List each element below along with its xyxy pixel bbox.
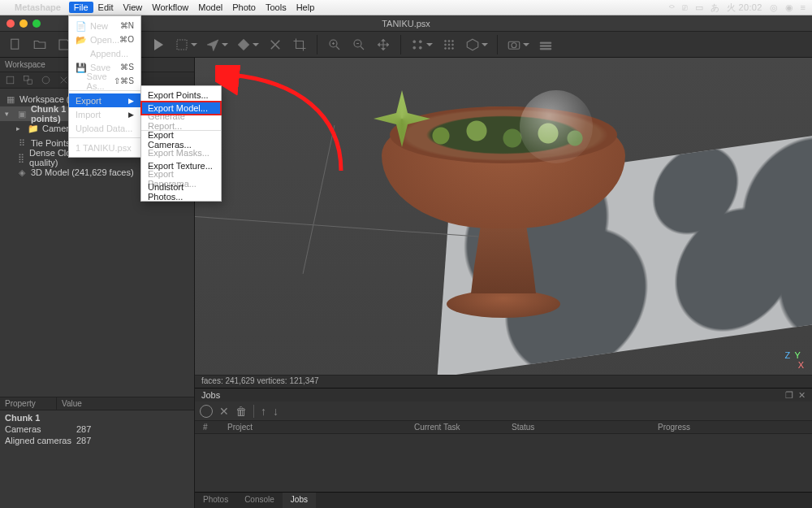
status-spotlight-icon[interactable]: ◎ [770, 2, 778, 13]
window-minimize-button[interactable] [19, 20, 28, 28]
mac-menubar: Metashape File Edit View Workflow Model … [0, 0, 812, 15]
jobs-up-icon[interactable]: ↑ [261, 405, 266, 418]
pointer-tool-icon[interactable] [148, 34, 169, 55]
svg-point-14 [445, 47, 447, 49]
nav-trackball[interactable] [520, 90, 593, 163]
caret-down-icon: ▾ [5, 110, 13, 118]
jobs-col-task: Current Task [406, 421, 503, 433]
menu-export[interactable]: Export▶ [69, 93, 140, 107]
svg-point-22 [42, 76, 50, 84]
dense-icon: ⣿ [16, 152, 26, 163]
status-display-icon[interactable]: ⎚ [682, 2, 688, 12]
jobs-col-num: # [195, 421, 219, 433]
tree-label: 3D Model (241,629 faces) [31, 167, 134, 177]
jobs-popout-icon[interactable]: ❐ [785, 390, 793, 401]
jobs-cancel-icon[interactable]: ✕ [219, 405, 229, 418]
tab-jobs[interactable]: Jobs [283, 493, 316, 508]
ws-enable-icon[interactable] [39, 74, 52, 87]
menu-append[interactable]: Append... [69, 46, 140, 60]
folder-icon: 📁 [28, 123, 39, 134]
camera-icon[interactable] [504, 34, 532, 55]
move-region-tool-icon[interactable] [203, 34, 231, 55]
svg-point-5 [419, 40, 421, 42]
menu-model[interactable]: Model [198, 2, 222, 12]
fit-view-icon[interactable] [373, 34, 394, 55]
svg-point-15 [448, 47, 450, 49]
menu-recent-1[interactable]: 1 TANIKU.psx [69, 141, 140, 154]
rect-select-tool-icon[interactable] [172, 34, 200, 55]
open-icon[interactable] [29, 34, 50, 55]
jobs-col-project: Project [219, 421, 406, 433]
menu-photo[interactable]: Photo [232, 2, 256, 12]
menubar-clock[interactable]: 火 20:02 [727, 2, 762, 14]
jobs-col-progress: Progress [650, 421, 812, 433]
ws-add2-icon[interactable] [21, 74, 34, 87]
axis-gizmo: Z Y X [784, 350, 804, 370]
jobs-down-icon[interactable]: ↓ [273, 405, 279, 418]
svg-point-7 [419, 46, 421, 49]
props-col-value: Value [57, 397, 194, 410]
menu-new[interactable]: 📄New⌘N [69, 19, 140, 33]
menu-open[interactable]: 📂Open...⌘O [69, 33, 140, 46]
menu-edit[interactable]: Edit [98, 2, 114, 12]
dense-view-icon[interactable] [438, 34, 460, 55]
svg-rect-19 [6, 76, 14, 84]
svg-point-16 [452, 47, 454, 49]
menu-workflow[interactable]: Workflow [152, 2, 188, 12]
menu-upload[interactable]: Upload Data... [69, 121, 140, 135]
window-close-button[interactable] [6, 20, 15, 28]
model-view-icon[interactable] [463, 34, 490, 55]
jobs-list [195, 434, 812, 492]
3d-viewport[interactable]: Z Y X faces: 241,629 vertices: 121,347 [195, 58, 812, 388]
svg-point-18 [512, 42, 516, 47]
svg-point-13 [452, 44, 454, 46]
jobs-panel-title: Jobs [201, 390, 220, 400]
export-undistort[interactable]: Undistort Photos... [141, 185, 221, 198]
new-icon[interactable] [5, 34, 26, 55]
status-siri-icon[interactable]: ◉ [785, 2, 793, 13]
status-ime-icon[interactable]: あ [710, 2, 719, 14]
props-col-property: Property [0, 397, 57, 410]
viewport-statusbar: faces: 241,629 vertices: 121,347 [195, 375, 812, 388]
jobs-delete-icon[interactable]: 🗑 [235, 405, 247, 418]
menu-help[interactable]: Help [296, 2, 315, 12]
layers-icon[interactable] [535, 34, 556, 55]
zoom-in-icon[interactable] [324, 34, 345, 55]
delete-tool-icon[interactable] [265, 34, 286, 55]
ws-add-icon[interactable] [3, 74, 16, 87]
jobs-col-status: Status [503, 421, 650, 433]
export-submenu: Export Points... Export Model... Generat… [140, 85, 222, 202]
svg-rect-1 [177, 40, 187, 50]
export-cameras[interactable]: Export Cameras... [141, 133, 221, 146]
tab-photos[interactable]: Photos [195, 493, 236, 508]
crop-tool-icon[interactable] [289, 34, 310, 55]
export-report: Generate Report... [141, 115, 221, 128]
caret-right-icon: ▸ [16, 124, 24, 132]
menu-import[interactable]: Import▶ [69, 107, 140, 121]
app-name[interactable]: Metashape [15, 2, 61, 12]
svg-point-9 [448, 40, 450, 41]
status-wifi-icon[interactable]: ⌔ [669, 2, 675, 12]
export-points[interactable]: Export Points... [141, 89, 221, 102]
menu-file[interactable]: File [69, 2, 93, 13]
menu-tools[interactable]: Tools [266, 2, 287, 12]
workspace-icon: ▦ [5, 93, 16, 105]
point-view-icon[interactable] [408, 34, 435, 55]
rotate-tool-icon[interactable] [234, 34, 261, 55]
status-notifications-icon[interactable]: ≡ [801, 2, 806, 12]
svg-point-6 [413, 46, 416, 49]
menu-saveas[interactable]: Save As...⇧⌘S [69, 74, 140, 88]
prop-row: Aligned cameras287 [0, 435, 194, 446]
tab-console[interactable]: Console [236, 493, 283, 508]
svg-point-8 [445, 40, 447, 41]
prop-row: Cameras287 [0, 423, 194, 435]
window-zoom-button[interactable] [32, 20, 41, 28]
status-battery-icon[interactable]: ▭ [695, 2, 703, 13]
jobs-close-icon[interactable]: ✕ [798, 390, 806, 401]
zoom-out-icon[interactable] [348, 34, 369, 55]
prop-row: Chunk 1 [0, 412, 194, 423]
mesh-icon: ◈ [16, 167, 28, 178]
export-model[interactable]: Export Model... [141, 102, 221, 115]
menu-view[interactable]: View [123, 2, 143, 12]
jobs-start-icon[interactable] [200, 405, 213, 418]
